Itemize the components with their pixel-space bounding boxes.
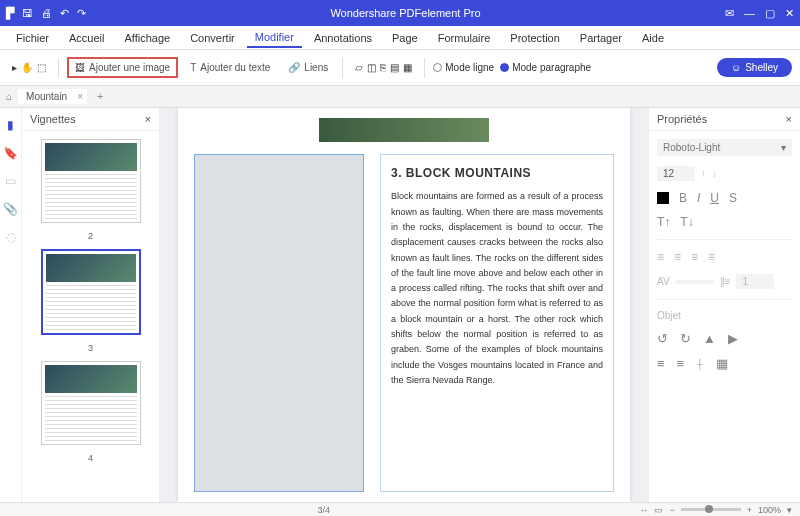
menu-affichage[interactable]: Affichage bbox=[116, 29, 178, 47]
close-icon[interactable]: ✕ bbox=[785, 7, 794, 20]
mode-line-radio[interactable]: Mode ligne bbox=[433, 62, 494, 73]
size-down-icon[interactable]: ↓ bbox=[712, 168, 717, 179]
size-up-icon[interactable]: ↑ bbox=[701, 168, 706, 179]
subscript-icon[interactable]: T↓ bbox=[680, 215, 693, 229]
crop-icon[interactable]: ▱ bbox=[355, 62, 363, 73]
new-tab-icon[interactable]: + bbox=[93, 91, 107, 102]
line-spacing-input[interactable]: 1 bbox=[736, 274, 774, 289]
menu-accueil[interactable]: Accueil bbox=[61, 29, 112, 47]
tab-close-icon[interactable]: × bbox=[77, 91, 83, 102]
chevron-down-icon: ▾ bbox=[781, 142, 786, 153]
background-icon[interactable]: ⎘ bbox=[380, 62, 386, 73]
comments-icon[interactable]: ▭ bbox=[5, 174, 16, 188]
flip-v-icon[interactable]: ▲ bbox=[703, 331, 716, 346]
links-button[interactable]: 🔗 Liens bbox=[282, 58, 334, 77]
redo-icon[interactable]: ↷ bbox=[77, 7, 86, 20]
bates-icon[interactable]: ▦ bbox=[403, 62, 412, 73]
zoom-out-icon[interactable]: − bbox=[669, 505, 674, 515]
bold-icon[interactable]: B bbox=[679, 191, 687, 205]
doc-tab-mountain[interactable]: Mountain × bbox=[18, 89, 87, 104]
obj-align-v-icon[interactable]: ⟊ bbox=[696, 356, 704, 371]
zoom-value: 100% bbox=[758, 505, 781, 515]
mode-line-label: Mode ligne bbox=[445, 62, 494, 73]
align-justify-icon[interactable]: ≡ bbox=[708, 250, 715, 264]
pointer-icon[interactable]: ▸ bbox=[12, 62, 17, 73]
zoom-slider[interactable] bbox=[681, 508, 741, 511]
properties-header: Propriétés × bbox=[649, 108, 800, 131]
menu-modifier[interactable]: Modifier bbox=[247, 28, 302, 48]
align-left-icon[interactable]: ≡ bbox=[657, 250, 664, 264]
thumbnail-page-4[interactable] bbox=[41, 361, 141, 445]
superscript-icon[interactable]: T↑ bbox=[657, 215, 670, 229]
print-icon[interactable]: 🖨 bbox=[41, 7, 52, 19]
watermark-icon[interactable]: ◫ bbox=[367, 62, 376, 73]
rotate-left-icon[interactable]: ↺ bbox=[657, 331, 668, 346]
menu-convertir[interactable]: Convertir bbox=[182, 29, 243, 47]
obj-more-icon[interactable]: ▦ bbox=[716, 356, 728, 371]
menu-aide[interactable]: Aide bbox=[634, 29, 672, 47]
page-canvas: 3. BLOCK MOUNTAINS Block mountains are f… bbox=[178, 108, 630, 502]
menu-partager[interactable]: Partager bbox=[572, 29, 630, 47]
thumbnails-icon[interactable]: ▮ bbox=[7, 118, 14, 132]
minimize-icon[interactable]: — bbox=[744, 7, 755, 19]
thumbnails-title: Vignettes bbox=[30, 113, 76, 125]
menu-protection[interactable]: Protection bbox=[502, 29, 568, 47]
rotate-right-icon[interactable]: ↻ bbox=[680, 331, 691, 346]
text-block[interactable]: 3. BLOCK MOUNTAINS Block mountains are f… bbox=[380, 154, 614, 492]
mode-paragraph-label: Mode paragraphe bbox=[512, 62, 591, 73]
search-icon[interactable]: ◌ bbox=[6, 230, 16, 244]
radio-dot-icon bbox=[433, 63, 442, 72]
maximize-icon[interactable]: ▢ bbox=[765, 7, 775, 20]
strike-icon[interactable]: S bbox=[729, 191, 737, 205]
add-text-button[interactable]: T Ajouter du texte bbox=[184, 58, 276, 77]
document-viewport[interactable]: 3. BLOCK MOUNTAINS Block mountains are f… bbox=[160, 108, 648, 502]
hand-icon[interactable]: ✋ bbox=[21, 62, 33, 73]
menu-formulaire[interactable]: Formulaire bbox=[430, 29, 499, 47]
font-size-input[interactable]: 12 bbox=[657, 166, 695, 181]
undo-icon[interactable]: ↶ bbox=[60, 7, 69, 20]
fit-page-icon[interactable]: ▭ bbox=[654, 505, 663, 515]
links-label: Liens bbox=[304, 62, 328, 73]
menu-annotations[interactable]: Annotations bbox=[306, 29, 380, 47]
menu-fichier[interactable]: Fichier bbox=[8, 29, 57, 47]
font-family-select[interactable]: Roboto-Light ▾ bbox=[657, 139, 792, 156]
thumbnails-list[interactable]: 2 3 4 bbox=[22, 131, 159, 502]
thumbnail-page-3[interactable] bbox=[41, 249, 141, 335]
mail-icon[interactable]: ✉ bbox=[725, 7, 734, 20]
thumbnail-page-2[interactable] bbox=[41, 139, 141, 223]
zoom-controls: ↔ ▭ − + 100% ▾ bbox=[639, 505, 792, 515]
image-placeholder[interactable] bbox=[194, 154, 364, 492]
menu-page[interactable]: Page bbox=[384, 29, 426, 47]
home-icon[interactable]: ⌂ bbox=[6, 91, 12, 102]
obj-align-center-icon[interactable]: ≡ bbox=[677, 356, 685, 371]
select-icon[interactable]: ⬚ bbox=[37, 62, 46, 73]
bookmark-icon[interactable]: 🔖 bbox=[3, 146, 18, 160]
char-spacing-input[interactable] bbox=[676, 280, 714, 284]
page-top-image[interactable] bbox=[319, 118, 489, 142]
align-right-icon[interactable]: ≡ bbox=[691, 250, 698, 264]
app-logo-icon: ▛ bbox=[6, 7, 14, 20]
add-image-button[interactable]: 🖼 Ajouter une image bbox=[67, 57, 178, 78]
underline-icon[interactable]: U bbox=[710, 191, 719, 205]
zoom-in-icon[interactable]: + bbox=[747, 505, 752, 515]
title-bar: ▛ 🖫 🖨 ↶ ↷ Wondershare PDFelement Pro ✉ —… bbox=[0, 0, 800, 26]
cursor-tools: ▸ ✋ ⬚ bbox=[8, 62, 50, 73]
panel-close-icon[interactable]: × bbox=[145, 113, 151, 125]
title-right-icons: ✉ — ▢ ✕ bbox=[725, 7, 794, 20]
chevron-down-icon[interactable]: ▾ bbox=[787, 505, 792, 515]
line-spacing-icon: ‖≡ bbox=[720, 276, 731, 287]
fit-width-icon[interactable]: ↔ bbox=[639, 505, 648, 515]
flip-h-icon[interactable]: ▶ bbox=[728, 331, 738, 346]
obj-align-left-icon[interactable]: ≡ bbox=[657, 356, 665, 371]
attachments-icon[interactable]: 📎 bbox=[3, 202, 18, 216]
align-center-icon[interactable]: ≡ bbox=[674, 250, 681, 264]
panel-close-icon[interactable]: × bbox=[786, 113, 792, 125]
add-image-label: Ajouter une image bbox=[89, 62, 170, 73]
save-icon[interactable]: 🖫 bbox=[22, 7, 33, 19]
mode-paragraph-radio[interactable]: Mode paragraphe bbox=[500, 62, 591, 73]
header-icon[interactable]: ▤ bbox=[390, 62, 399, 73]
font-family-value: Roboto-Light bbox=[663, 142, 720, 153]
italic-icon[interactable]: I bbox=[697, 191, 700, 205]
font-color-swatch[interactable] bbox=[657, 192, 669, 204]
user-badge[interactable]: ☺ Shelley bbox=[717, 58, 792, 77]
